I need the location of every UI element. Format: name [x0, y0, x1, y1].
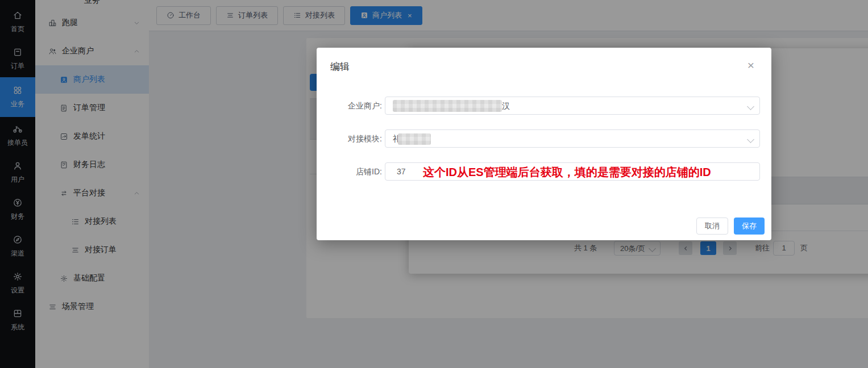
merchant-value-suffix: 汉 [502, 97, 510, 114]
shop-id-annotation: 这个ID从ES管理端后台获取，填的是需要对接的店铺的ID [423, 164, 711, 180]
module-value-redacted [398, 133, 431, 145]
shop-id-label: 店铺ID: [317, 162, 382, 181]
merchant-select[interactable]: 汉 [385, 97, 760, 115]
shop-id-input[interactable]: 37 这个ID从ES管理端后台获取，填的是需要对接的店铺的ID [385, 162, 760, 181]
edit-modal-title: 编辑 [330, 60, 350, 73]
chevron-down-icon [747, 103, 754, 110]
merchant-value-redacted [393, 100, 502, 112]
shop-id-field-row: 店铺ID: 37 这个ID从ES管理端后台获取，填的是需要对接的店铺的ID [317, 162, 771, 181]
module-select[interactable]: 礼 [385, 129, 760, 148]
edit-modal: 编辑 × 企业商户: 汉 对接模块: 礼 店铺ID: 37 这个 [317, 48, 771, 240]
edit-modal-close-icon[interactable]: × [747, 59, 754, 71]
merchant-label: 企业商户: [317, 97, 382, 115]
module-field-row: 对接模块: 礼 [317, 129, 771, 148]
app-root: 首页 订单 业务 接单员 用户 财务 渠道 设置 [0, 0, 868, 368]
merchant-field-row: 企业商户: 汉 [317, 97, 771, 115]
chevron-down-icon [747, 136, 754, 143]
cancel-button[interactable]: 取消 [696, 218, 728, 235]
shop-id-value: 37 [397, 163, 406, 180]
save-button[interactable]: 保存 [734, 218, 765, 235]
module-label: 对接模块: [317, 129, 382, 148]
